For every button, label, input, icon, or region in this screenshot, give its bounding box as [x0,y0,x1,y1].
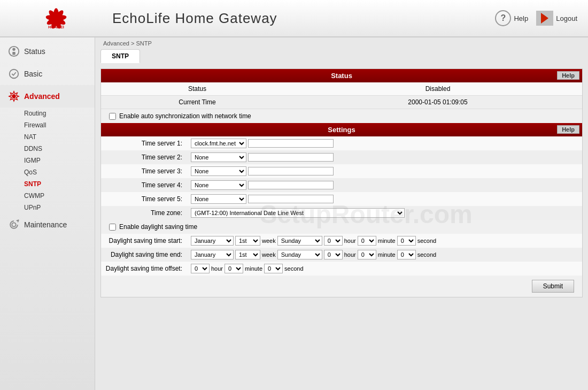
advanced-icon [8,90,20,102]
logout-icon [536,11,553,26]
sidebar-item-cwmp[interactable]: CWMP [8,190,95,202]
server2-cell: None clock.fmt.he.net [187,150,582,164]
sidebar-item-nat[interactable]: NAT [8,131,95,143]
sidebar-item-status[interactable]: Status [0,40,95,63]
main-content: Advanced > SNTP SNTP Status Help Status … [95,37,588,390]
server4-label: Time server 4: [101,178,187,192]
dst-start-second-val[interactable]: 0 [397,236,416,246]
server2-select[interactable]: None clock.fmt.he.net [191,152,246,162]
auto-sync-checkbox[interactable] [109,113,116,120]
status-section: Status Help Status Disabled Current Time… [101,69,582,123]
dst-start-second-label: second [417,238,436,244]
sidebar-item-igmp[interactable]: IGMP [8,155,95,166]
dst-end-week-num[interactable]: 1st2nd3rd4thLast [235,250,260,259]
server2-label: Time server 2: [101,150,187,164]
dst-offset-second-val[interactable]: 0 [264,264,283,273]
dst-start-hour-val[interactable]: 0123 [324,236,343,246]
table-row: Daylight saving time start: JanuaryFebru… [101,234,582,248]
sidebar-item-basic[interactable]: Basic [0,63,95,85]
logout-button[interactable]: Logout [536,11,577,26]
dst-checkbox-row: Enable daylight saving time [101,220,582,234]
dst-end-minute-val[interactable]: 0153045 [358,250,376,259]
dst-offset-hour-label: hour [211,265,223,272]
dst-start-month[interactable]: JanuaryFebruaryMarch AprilMayJune JulyAu… [191,236,234,246]
server4-input[interactable] [248,181,334,189]
auto-sync-label: Enable auto synchronization with network… [119,112,251,120]
title-area: EchoLife Home Gateway [102,10,495,27]
tab-bar: SNTP [100,49,583,63]
dst-start-week-label: week [262,238,276,244]
auto-sync-row: Enable auto synchronization with network… [101,109,582,123]
dst-offset-minute-val[interactable]: 0153045 [225,264,243,273]
dst-offset-second-label: second [284,265,303,272]
dst-end-day[interactable]: SundayMondayTuesday WednesdayThursdayFri… [277,250,322,259]
dst-table: Daylight saving time start: JanuaryFebru… [101,234,582,276]
dst-end-week-label: week [262,251,276,258]
server3-cell: None clock.fmt.he.net [187,164,582,178]
table-row: Current Time 2000-01-05 01:09:05 [101,96,582,109]
settings-section-header: Settings Help [101,123,582,136]
dst-end-hour-label: hour [344,251,356,258]
server1-cell: clock.fmt.he.net None [187,136,582,150]
status-help-button[interactable]: Help [557,71,579,80]
svg-rect-12 [12,52,16,55]
server1-input[interactable] [248,139,334,148]
table-row: Time zone: (GMT-12:00) International Dat… [101,206,582,220]
dst-offset-cell: 012 hour 0153045 minute 0 secon [187,262,582,276]
sidebar-label-advanced: Advanced [24,92,60,101]
table-row: Time server 2: None clock.fmt.he.net [101,150,582,164]
server3-select[interactable]: None clock.fmt.he.net [191,166,246,176]
server4-cell: None clock.fmt.he.net [187,178,582,192]
help-button[interactable]: ? Help [495,10,528,26]
timezone-cell: (GMT-12:00) International Date Line West… [187,206,582,220]
maintenance-icon [8,219,20,231]
sidebar-item-qos[interactable]: QoS [8,166,95,178]
sidebar-label-status: Status [24,47,45,56]
sidebar-item-ddns[interactable]: DDNS [8,143,95,155]
server3-label: Time server 3: [101,164,187,178]
svg-text:HUAWEI: HUAWEI [48,24,64,29]
dst-offset-label: Daylight saving time offset: [101,262,187,276]
svg-point-13 [10,70,19,79]
help-label: Help [514,14,528,22]
dst-offset-minute-label: minute [245,265,262,272]
table-row: Daylight saving time offset: 012 hour 01… [101,262,582,276]
sidebar-item-firewall[interactable]: Firewall [8,119,95,131]
timezone-label: Time zone: [101,206,187,220]
server4-select[interactable]: None clock.fmt.he.net [191,180,246,190]
sidebar: Status Basic Advanced Routing Firewall N… [0,37,95,390]
svg-point-15 [12,223,16,226]
dst-start-week-num[interactable]: 1st2nd3rd4thLast [235,236,260,246]
status-icon [8,45,20,57]
submit-button[interactable]: Submit [532,280,574,293]
dst-offset-hour-val[interactable]: 012 [191,264,210,273]
server2-input[interactable] [248,153,334,162]
logout-label: Logout [556,14,577,22]
header: HUAWEI EchoLife Home Gateway ? Help Logo… [0,0,588,37]
server1-select[interactable]: clock.fmt.he.net None [191,139,246,148]
sidebar-item-maintenance[interactable]: Maintenance [0,213,95,236]
huawei-logo: HUAWEI [37,6,75,30]
dst-start-minute-label: minute [378,238,396,244]
server5-input[interactable] [248,195,334,203]
dst-end-second-val[interactable]: 0 [397,250,416,259]
status-table: Status Disabled Current Time 2000-01-05 … [101,82,582,109]
svg-point-14 [12,94,16,98]
dst-start-minute-val[interactable]: 0153045 [358,236,376,246]
dst-start-day[interactable]: SundayMondayTuesday WednesdayThursdayFri… [277,236,322,246]
table-row: Status Disabled [101,82,582,96]
sidebar-item-routing[interactable]: Routing [8,108,95,119]
sidebar-item-advanced[interactable]: Advanced [0,85,95,108]
dst-end-month[interactable]: JanuaryFebruaryMarch AprilMayJune JulyAu… [191,250,234,259]
table-row: Time server 3: None clock.fmt.he.net [101,164,582,178]
settings-help-button[interactable]: Help [557,125,579,134]
tab-sntp[interactable]: SNTP [100,49,140,63]
dst-end-hour-val[interactable]: 0123 [324,250,343,259]
table-row: Daylight saving time end: JanuaryFebruar… [101,248,582,262]
server3-input[interactable] [248,167,334,175]
sidebar-item-upnp[interactable]: UPnP [8,202,95,213]
dst-checkbox[interactable] [109,224,116,231]
timezone-select[interactable]: (GMT-12:00) International Date Line West… [191,208,405,218]
server5-select[interactable]: None clock.fmt.he.net [191,194,246,204]
sidebar-item-sntp[interactable]: SNTP [8,178,95,190]
